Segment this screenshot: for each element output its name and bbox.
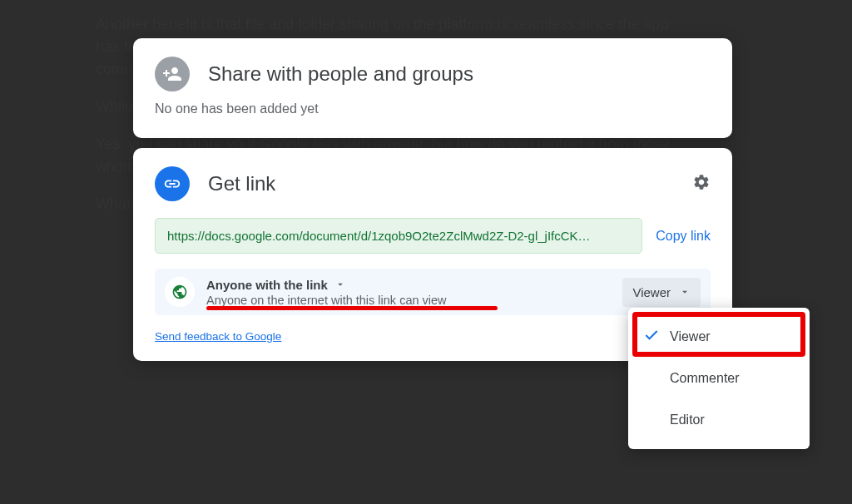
link-header: Get link	[155, 166, 711, 201]
copy-link-button[interactable]: Copy link	[656, 229, 711, 244]
caret-down-icon	[679, 286, 691, 298]
role-label: Viewer	[632, 285, 671, 299]
link-icon	[155, 166, 190, 201]
share-url-display[interactable]: https://docs.google.com/document/d/1zqob…	[155, 218, 642, 254]
people-add-icon	[155, 57, 190, 91]
share-people-card: Share with people and groups No one has …	[133, 38, 732, 138]
share-header: Share with people and groups	[155, 57, 711, 91]
globe-icon	[165, 277, 195, 307]
send-feedback-link[interactable]: Send feedback to Google	[155, 330, 711, 343]
access-heading-label: Anyone with the link	[206, 278, 328, 292]
dropdown-label: Commenter	[670, 371, 740, 386]
dropdown-item-viewer[interactable]: Viewer	[628, 316, 810, 358]
dropdown-label: Editor	[670, 413, 705, 427]
share-title: Share with people and groups	[208, 62, 473, 86]
url-row: https://docs.google.com/document/d/1zqob…	[155, 218, 711, 254]
dropdown-item-commenter[interactable]: Commenter	[628, 358, 810, 399]
access-description: Anyone on the internet with this link ca…	[206, 294, 611, 307]
access-row: Anyone with the link Anyone on the inter…	[155, 269, 711, 315]
annotation-underline	[206, 306, 498, 310]
share-subtitle: No one has been added yet	[155, 101, 711, 116]
get-link-title: Get link	[208, 172, 674, 195]
dropdown-label: Viewer	[670, 329, 711, 344]
access-heading-button[interactable]: Anyone with the link	[206, 278, 611, 292]
access-text: Anyone with the link Anyone on the inter…	[206, 278, 611, 307]
caret-down-icon	[334, 279, 346, 290]
check-icon	[643, 327, 660, 347]
dropdown-item-editor[interactable]: Editor	[628, 399, 810, 441]
role-dropdown-button[interactable]: Viewer	[622, 278, 701, 307]
settings-icon[interactable]	[692, 173, 711, 195]
role-dropdown-menu: Viewer Commenter Editor	[628, 308, 810, 449]
